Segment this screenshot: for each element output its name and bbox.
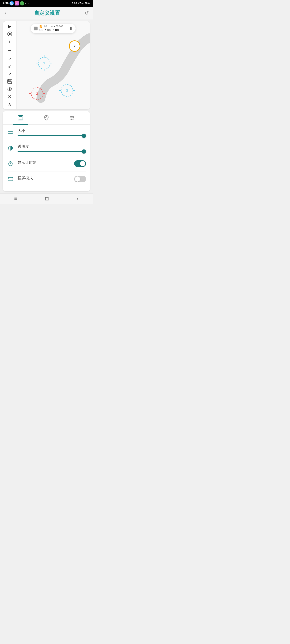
ruler-icon (7, 129, 14, 136)
opacity-row: 透明度 (7, 140, 86, 156)
back-button[interactable]: ← (4, 10, 9, 16)
zoom-in-button[interactable]: + (5, 39, 14, 45)
home-button[interactable]: □ (41, 194, 53, 204)
show-timer-toggle[interactable] (74, 160, 86, 167)
time-display: 9:39 (3, 2, 9, 5)
waypoint-gold-label: 2 (74, 44, 76, 48)
landscape-label: 横屏模式 (18, 176, 71, 181)
more-icon: ··· (25, 2, 29, 5)
svg-point-17 (71, 116, 72, 117)
svg-rect-20 (8, 132, 13, 134)
size-thumb[interactable] (82, 134, 86, 138)
landscape-toggle[interactable] (74, 176, 86, 182)
landscape-icon (7, 175, 14, 183)
pause-button[interactable]: ⏸ (69, 26, 73, 31)
network-speed: 0.08 KB/s (72, 2, 84, 5)
expand-button[interactable]: ↗ (5, 71, 14, 76)
close-button[interactable]: ✕ (5, 94, 14, 99)
canvas-container: ▶ + − ↗ ↙ ↗ ✕ ∧ 🔁 00 | (3, 21, 90, 109)
timer-display: 00 : 00 : 00 (40, 28, 63, 32)
show-timer-label: 显示计时器 (18, 160, 71, 165)
waypoint-blue-1[interactable]: 1 (38, 57, 50, 69)
size-content: 大小 (18, 128, 86, 136)
timer-icon (7, 160, 14, 168)
settings-list: 大小 透明度 (3, 125, 90, 187)
nav-back-button[interactable]: ‹ (72, 194, 83, 204)
opacity-label: 透明度 (18, 144, 86, 149)
timer-bar: 🔁 00 | 00 / 00 00 : 00 : 00 ⏸ (31, 24, 76, 33)
preview-button[interactable] (5, 86, 14, 92)
status-right: 0.08 KB/s 68% (72, 2, 90, 5)
size-row: 大小 (7, 125, 86, 140)
show-timer-knob (80, 161, 85, 166)
waypoint-blue-3-label: 3 (66, 88, 68, 92)
svg-point-13 (46, 116, 47, 118)
canvas-area[interactable]: 🔁 00 | 00 / 00 00 : 00 : 00 ⏸ 2 (17, 21, 90, 109)
svg-point-18 (73, 117, 74, 118)
size-fill (18, 135, 84, 136)
divider-pipe: | (49, 25, 50, 28)
play-button[interactable]: ▶ (5, 24, 14, 29)
opacity-slider[interactable] (18, 151, 86, 152)
shrink-button[interactable]: ↙ (5, 64, 14, 69)
refresh-button[interactable]: ↺ (85, 10, 89, 16)
svg-point-19 (71, 119, 72, 120)
stop-button[interactable] (34, 26, 38, 30)
header: ← 自定义设置 ↺ (0, 7, 93, 20)
waypoint-gold-2[interactable]: 2 (69, 40, 80, 52)
loop-count: 00 (44, 25, 47, 28)
save-button[interactable] (5, 79, 14, 84)
record-button[interactable] (5, 31, 14, 36)
status-left: 9:39 S ··· (3, 1, 29, 6)
svg-point-9 (9, 88, 11, 90)
show-timer-row: 显示计时器 (7, 156, 86, 172)
rotate-button[interactable]: ↗ (5, 56, 14, 61)
waypoint-blue-3[interactable]: 3 (61, 84, 73, 97)
waypoint-blue-1-label: 1 (43, 61, 45, 65)
other-app-icon (20, 1, 24, 6)
tabs (3, 111, 90, 125)
size-label: 大小 (18, 128, 86, 134)
status-bar: 9:39 S ··· 0.08 KB/s 68% (0, 0, 93, 7)
waypoint-red-2[interactable]: 2 (31, 88, 43, 100)
safari-icon (10, 1, 14, 6)
zoom-out-button[interactable]: − (5, 48, 14, 54)
opacity-thumb[interactable] (82, 149, 86, 154)
loop-icon: 🔁 (40, 25, 42, 28)
timer-top: 🔁 00 | 00 / 00 (40, 25, 63, 28)
path-progress: 00 / 00 (51, 25, 63, 28)
landscape-row: 横屏模式 (7, 172, 86, 187)
tab-size[interactable] (8, 111, 34, 124)
path-svg (17, 21, 90, 109)
show-timer-content: 显示计时器 (18, 160, 71, 167)
svg-rect-6 (9, 79, 11, 81)
svg-rect-12 (19, 116, 22, 119)
bottom-panel: 大小 透明度 (3, 111, 90, 192)
timer-info: 🔁 00 | 00 / 00 00 : 00 : 00 (40, 25, 63, 32)
tab-location[interactable] (34, 111, 60, 124)
waypoint-red-label: 2 (36, 92, 38, 96)
soul-app-icon: S (15, 1, 19, 6)
nav-bar: ≡ □ ‹ (0, 193, 93, 204)
landscape-content: 横屏模式 (18, 176, 71, 182)
contrast-icon (7, 144, 14, 152)
tab-filter[interactable] (59, 111, 85, 124)
svg-point-4 (9, 33, 11, 35)
page-title: 自定义设置 (34, 10, 60, 16)
opacity-fill (18, 151, 84, 152)
size-slider[interactable] (18, 135, 86, 136)
toolbar: ▶ + − ↗ ↙ ↗ ✕ ∧ (3, 21, 17, 109)
opacity-content: 透明度 (18, 144, 86, 152)
landscape-knob (75, 176, 80, 182)
battery-percent: 68% (85, 2, 90, 5)
svg-rect-7 (8, 82, 12, 83)
collapse-button[interactable]: ∧ (5, 102, 14, 107)
timer-divider (66, 25, 66, 32)
menu-button[interactable]: ≡ (9, 194, 22, 204)
